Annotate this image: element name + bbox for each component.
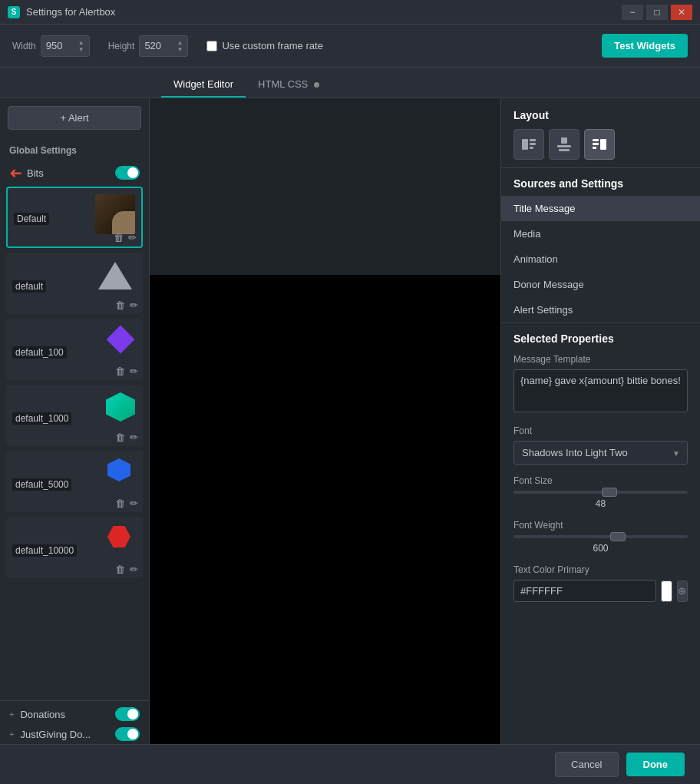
justgiving-section[interactable]: + JustGiving Do... — [0, 724, 149, 744]
custom-framerate-checkbox[interactable]: Use custom frame rate — [206, 40, 323, 51]
source-item-animation[interactable]: Animation — [501, 246, 700, 272]
alert-items-list: Default 🗑 ✏ default 🗑 ✏ — [0, 187, 149, 696]
justgiving-toggle[interactable] — [115, 727, 140, 741]
done-button[interactable]: Done — [626, 753, 685, 776]
svg-rect-0 — [522, 139, 528, 150]
test-widgets-button[interactable]: Test Widgets — [602, 34, 688, 58]
svg-rect-9 — [593, 147, 596, 149]
width-input[interactable]: 950 ▲ ▼ — [41, 35, 90, 57]
font-weight-thumb[interactable] — [610, 532, 626, 541]
svg-rect-10 — [600, 139, 606, 150]
text-color-input-row: ⊕ — [513, 580, 688, 602]
font-select-wrapper: Shadows Into Light Two — [513, 441, 688, 465]
message-template-input[interactable] — [513, 369, 688, 412]
bits-toggle[interactable] — [115, 166, 140, 180]
minimize-button[interactable]: − — [622, 5, 643, 20]
svg-rect-6 — [559, 149, 570, 151]
right-panel: Layout — [500, 98, 700, 744]
alert-item-10000[interactable]: default_10000 🗑 ✏ — [6, 517, 143, 578]
delete-icon-4[interactable]: 🗑 — [115, 432, 125, 443]
window-title: Settings for Alertbox — [26, 6, 115, 18]
canvas-top-area — [150, 98, 500, 275]
custom-framerate-input[interactable] — [206, 41, 217, 51]
height-group: Height 520 ▲ ▼ — [108, 35, 189, 57]
donations-label: Donations — [20, 709, 65, 720]
triangle-shape — [98, 262, 132, 289]
alert-item-1000[interactable]: default_1000 🗑 ✏ — [6, 385, 143, 446]
alert-item-default-plain[interactable]: default 🗑 ✏ — [6, 253, 143, 314]
close-button[interactable]: ✕ — [671, 5, 692, 20]
font-weight-label: Font Weight — [513, 520, 688, 531]
font-select[interactable]: Shadows Into Light Two — [513, 441, 688, 465]
donations-expand-icon: + — [9, 710, 14, 719]
alert-item-default-label: Default — [14, 213, 49, 225]
edit-icon-6[interactable]: ✏ — [130, 564, 138, 575]
text-color-primary-group: Text Color Primary ⊕ — [513, 564, 688, 602]
alert-item-plain-label: default — [12, 280, 46, 293]
height-input[interactable]: 520 ▲ ▼ — [139, 35, 188, 57]
selected-properties-section: Selected Properties Message Template Fon… — [501, 323, 700, 622]
delete-icon-3[interactable]: 🗑 — [115, 366, 125, 377]
donations-toggle[interactable] — [115, 707, 140, 721]
eyedropper-button[interactable]: ⊕ — [677, 581, 688, 602]
height-down-arrow[interactable]: ▼ — [177, 46, 183, 53]
bits-row[interactable]: ➜ Bits — [0, 159, 149, 187]
justgiving-expand-icon: + — [9, 729, 14, 739]
canvas-area — [150, 98, 500, 744]
font-weight-value: 600 — [513, 543, 688, 554]
color-swatch[interactable] — [661, 581, 672, 602]
delete-icon-2[interactable]: 🗑 — [115, 299, 125, 311]
tab-html-css[interactable]: HTML CSS — [246, 72, 332, 98]
edit-icon-5[interactable]: ✏ — [130, 498, 138, 509]
sources-section: Sources and Settings Title Message Media… — [501, 168, 700, 323]
font-size-slider[interactable]: 48 — [513, 491, 688, 509]
message-template-group: Message Template — [513, 354, 688, 415]
font-size-value: 48 — [513, 498, 688, 509]
alert-item-1000-label: default_1000 — [12, 412, 71, 425]
edit-icon-4[interactable]: ✏ — [130, 432, 138, 443]
delete-icon-5[interactable]: 🗑 — [115, 498, 125, 509]
source-item-donor-message[interactable]: Donor Message — [501, 272, 700, 297]
text-color-input[interactable] — [513, 580, 656, 602]
window-controls: − □ ✕ — [622, 5, 692, 20]
alert-item-plain-actions: 🗑 ✏ — [115, 299, 138, 311]
source-item-title-message[interactable]: Title Message — [501, 196, 700, 221]
width-up-arrow[interactable]: ▲ — [78, 39, 84, 46]
top-bar: Width 950 ▲ ▼ Height 520 ▲ ▼ Use custom … — [0, 25, 700, 68]
text-color-primary-label: Text Color Primary — [513, 564, 688, 575]
source-item-alert-settings[interactable]: Alert Settings — [501, 297, 700, 323]
donations-section[interactable]: + Donations — [0, 700, 149, 724]
delete-icon-6[interactable]: 🗑 — [115, 564, 125, 575]
alert-item-10000-label: default_10000 — [12, 544, 77, 557]
blue-gem-shape — [107, 458, 135, 486]
bottom-bar: Cancel Done — [0, 744, 700, 784]
alert-item-5000[interactable]: default_5000 🗑 ✏ — [6, 451, 143, 512]
svg-rect-5 — [557, 145, 571, 147]
delete-icon[interactable]: 🗑 — [114, 232, 124, 243]
cancel-button[interactable]: Cancel — [555, 752, 618, 777]
edit-icon[interactable]: ✏ — [128, 232, 137, 243]
sources-title: Sources and Settings — [501, 168, 700, 196]
font-size-thumb[interactable] — [602, 488, 617, 497]
font-size-track — [513, 491, 688, 494]
font-weight-track — [513, 535, 688, 538]
tab-widget-editor[interactable]: Widget Editor — [161, 72, 246, 98]
svg-rect-8 — [593, 143, 599, 145]
width-down-arrow[interactable]: ▼ — [78, 46, 84, 53]
alert-item-default[interactable]: Default 🗑 ✏ — [6, 187, 143, 248]
layout-img-center-button[interactable] — [549, 129, 579, 160]
alert-item-100[interactable]: default_100 🗑 ✏ — [6, 319, 143, 380]
alert-item-100-label: default_100 — [12, 346, 67, 359]
font-weight-slider[interactable]: 600 — [513, 535, 688, 554]
maximize-button[interactable]: □ — [646, 5, 668, 20]
add-alert-button[interactable]: + Alert — [8, 106, 141, 130]
source-item-media[interactable]: Media — [501, 221, 700, 246]
alert-item-default-actions: 🗑 ✏ — [114, 232, 137, 243]
edit-icon-2[interactable]: ✏ — [130, 299, 138, 311]
layout-img-right-button[interactable] — [584, 129, 615, 160]
font-group: Font Shadows Into Light Two — [513, 425, 688, 465]
edit-icon-3[interactable]: ✏ — [130, 366, 138, 377]
layout-img-left-button[interactable] — [513, 129, 544, 160]
height-up-arrow[interactable]: ▲ — [177, 39, 183, 46]
sidebar-top: + Alert — [0, 98, 149, 137]
